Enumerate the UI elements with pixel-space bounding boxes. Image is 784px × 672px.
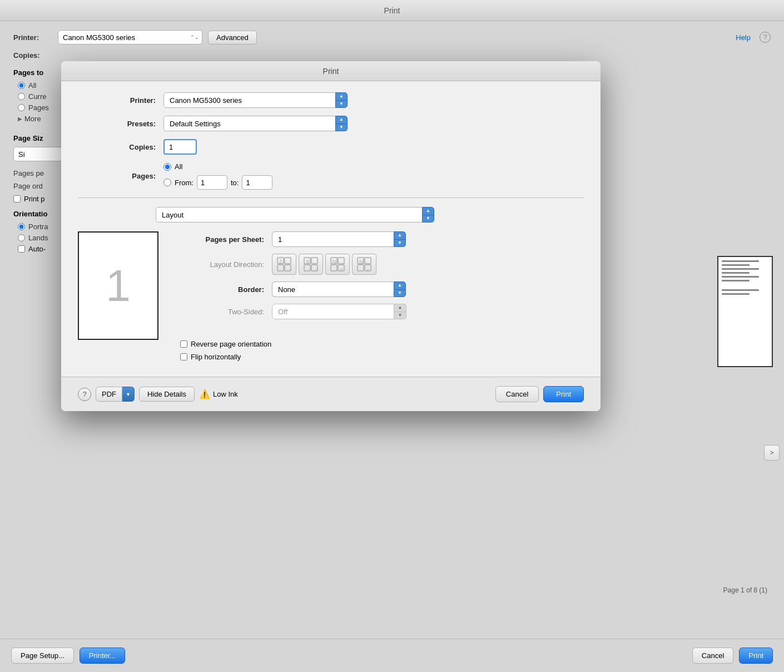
printer-select[interactable]: Canon MG5300 series	[163, 92, 336, 108]
dir-btn-1[interactable]: Z ↘	[272, 254, 296, 275]
layout-dir-buttons: Z ↘ S ↙	[272, 254, 376, 275]
presets-spinner[interactable]: ▲ ▼	[335, 116, 348, 131]
thumb-line-6	[722, 280, 750, 281]
pages-per-sheet-input[interactable]	[272, 231, 394, 247]
border-down[interactable]: ▼	[394, 290, 405, 297]
dir-btn-3[interactable]: N ↗	[325, 254, 350, 275]
layout-section-select[interactable]: Layout	[156, 207, 423, 223]
two-sided-down[interactable]: ▼	[394, 312, 406, 319]
two-sided-wrap[interactable]: Off ▲ ▼	[272, 304, 406, 319]
help-link[interactable]: Help	[736, 33, 751, 42]
layout-spinner-down[interactable]: ▼	[423, 215, 434, 223]
pages-all-label: All	[175, 162, 182, 171]
thumb-line-8	[722, 293, 750, 295]
printer-row: Printer: Canon MG5300 series ▲ ▼	[78, 92, 584, 108]
pages-from-input[interactable]	[197, 175, 227, 190]
pages-sheet-spinner[interactable]: ▲ ▼	[394, 231, 406, 247]
svg-text:S: S	[306, 259, 309, 264]
pages-from-label: From:	[175, 179, 193, 187]
help-circle-icon[interactable]: ?	[760, 32, 771, 43]
flip-horizontal-row: Flip horizontally	[180, 353, 584, 361]
layout-form: Pages per Sheet: ▲ ▼ Layout Direction:	[170, 231, 584, 340]
pages-sheet-down[interactable]: ▼	[394, 240, 405, 247]
pages-sheet-up[interactable]: ▲	[394, 232, 405, 240]
page-preview: 1	[78, 231, 158, 340]
bg-printer-select[interactable]: Canon MG5300 series	[58, 30, 202, 45]
presets-spinner-up[interactable]: ▲	[336, 116, 347, 124]
border-spinner[interactable]: ▲ ▼	[394, 281, 406, 297]
pdf-dropdown-button[interactable]: ▼	[122, 387, 135, 402]
bg-copies-row: Copies:	[13, 51, 771, 60]
svg-text:Z: Z	[279, 259, 282, 264]
bg-printer-select-wrap[interactable]: Canon MG5300 series	[58, 30, 202, 45]
bg-pagesize-value: Si	[18, 150, 25, 159]
pages-from-radio[interactable]	[163, 179, 171, 186]
dir-btn-4[interactable]: N ↙	[352, 254, 376, 275]
svg-text:↙: ↙	[366, 268, 370, 271]
thumb-line-7	[722, 289, 759, 291]
advanced-button[interactable]: Advanced	[208, 31, 257, 45]
pages-all-radio[interactable]	[163, 163, 171, 171]
presets-spinner-down[interactable]: ▼	[336, 124, 347, 131]
bg-title-bar: Print	[0, 0, 784, 21]
presets-select[interactable]: Default Settings	[163, 116, 336, 131]
two-sided-label: Two-Sided:	[170, 308, 264, 316]
two-sided-spinner[interactable]: ▲ ▼	[394, 304, 406, 319]
svg-text:N: N	[359, 259, 363, 264]
pdf-dropdown-icon: ▼	[126, 392, 131, 397]
two-sided-select[interactable]: Off	[272, 304, 394, 319]
border-select-wrap[interactable]: None ▲ ▼	[272, 281, 406, 297]
print-button[interactable]: Print	[543, 386, 584, 402]
layout-spinner[interactable]: ▲ ▼	[422, 207, 434, 223]
pdf-button[interactable]: PDF	[96, 387, 122, 402]
presets-label: Presets:	[78, 120, 156, 128]
cancel-button[interactable]: Cancel	[495, 386, 539, 402]
main-window-title: Print	[323, 67, 339, 76]
printer-button[interactable]: Printer...	[80, 648, 125, 664]
presets-select-wrap[interactable]: Default Settings ▲ ▼	[163, 116, 348, 131]
printer-spinner[interactable]: ▲ ▼	[335, 92, 348, 108]
bg-auto-checkbox[interactable]	[18, 245, 25, 253]
bg-radio-all-label: All	[28, 81, 36, 90]
flip-horizontal-checkbox[interactable]	[180, 353, 187, 360]
pages-per-sheet-wrap[interactable]: ▲ ▼	[272, 231, 406, 247]
pdf-btn-wrap: PDF ▼	[96, 387, 135, 402]
pages-to-label: to:	[231, 179, 239, 187]
reverse-page-checkbox[interactable]	[180, 340, 187, 348]
border-up[interactable]: ▲	[394, 282, 405, 290]
layout-select-wrap[interactable]: Layout ▲ ▼	[156, 207, 434, 223]
pages-all-row[interactable]: All	[163, 162, 272, 171]
pages-to-input[interactable]	[242, 175, 272, 190]
arrow-icon: >	[770, 449, 773, 457]
border-select[interactable]: None	[272, 281, 394, 297]
copies-row: Copies:	[78, 139, 584, 155]
pages-label: Pages:	[78, 172, 156, 180]
thumb-line-3	[722, 268, 759, 270]
layout-area: 1 Pages per Sheet: ▲ ▼	[78, 231, 584, 340]
scroll-right-arrow[interactable]: >	[764, 445, 780, 461]
pages-from-row: From: to:	[163, 175, 272, 190]
bottom-print-button[interactable]: Print	[739, 648, 773, 664]
layout-section-row: Layout ▲ ▼	[78, 207, 584, 223]
spinner-down-icon[interactable]: ▼	[336, 101, 347, 108]
svg-rect-1	[285, 258, 291, 264]
dir-icon-3: N ↗	[330, 256, 345, 272]
svg-text:↙: ↙	[315, 268, 319, 271]
low-ink-wrap: ⚠️ Low Ink	[199, 389, 238, 399]
spinner-up-icon[interactable]: ▲	[336, 93, 347, 101]
main-dialog-bottom: ? PDF ▼ Hide Details ⚠️ Low Ink Cancel P…	[61, 377, 601, 411]
main-help-button[interactable]: ?	[78, 388, 91, 401]
dir-btn-2[interactable]: S ↙	[299, 254, 323, 275]
border-row: Border: None ▲ ▼	[170, 281, 584, 297]
printer-select-wrap[interactable]: Canon MG5300 series ▲ ▼	[163, 92, 348, 108]
hide-details-button[interactable]: Hide Details	[139, 387, 195, 402]
two-sided-up[interactable]: ▲	[394, 304, 406, 312]
layout-spinner-up[interactable]: ▲	[423, 207, 434, 215]
bottom-cancel-button[interactable]: Cancel	[692, 648, 733, 664]
copies-input[interactable]	[163, 139, 197, 155]
svg-rect-14	[331, 265, 337, 271]
bg-print-checkbox[interactable]	[13, 195, 21, 202]
svg-rect-7	[311, 258, 317, 264]
page-preview-number: 1	[106, 264, 131, 308]
page-setup-button[interactable]: Page Setup...	[11, 648, 74, 664]
